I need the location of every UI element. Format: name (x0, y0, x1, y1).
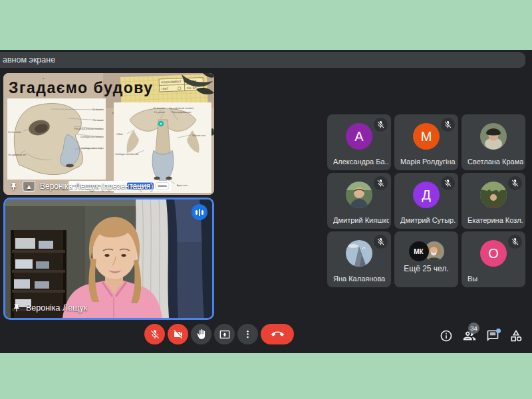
participant-tile[interactable]: Д Дмитрий Сутыр... (394, 173, 458, 229)
participant-name: Екатерина Козл... (467, 216, 523, 224)
avatar-photo (346, 182, 372, 208)
mic-off-icon (508, 235, 522, 249)
avatar-initial: М (413, 123, 440, 150)
more-options-icon (243, 329, 253, 339)
participants-count-badge: 34 (468, 323, 479, 334)
mic-off-icon (508, 176, 522, 190)
meet-window: авном экране ASSIGNMENT (0, 50, 532, 353)
photo-woman-hat (480, 123, 507, 150)
svg-text:Os nasale: Os nasale (154, 111, 165, 114)
slide-title: Згадаємо будову (9, 79, 154, 96)
avatar-photo (346, 240, 372, 267)
mic-off-icon (150, 329, 160, 340)
self-tile[interactable]: О Вы (462, 231, 525, 287)
participant-name: Дмитрий Кияшко (333, 216, 389, 224)
participant-tile[interactable]: М Марія Ролдугіна (394, 114, 458, 170)
skull-lateral-diagram: Os frontale Os nasale Processus frontali… (7, 98, 106, 180)
end-call-button[interactable] (261, 324, 294, 344)
svg-text:UNIT: UNIT (162, 87, 169, 90)
audio-activity-indicator (192, 204, 207, 220)
present-screen-button[interactable] (214, 324, 235, 344)
more-participants-label: Ещё 25 чел. (394, 264, 458, 273)
participant-name: Александра Ба... (333, 158, 389, 166)
chat-panel-button[interactable] (485, 329, 500, 343)
participant-tile[interactable]: Яна Калаянова (327, 231, 391, 287)
activities-panel-button[interactable] (509, 329, 523, 343)
chat-unread-dot (496, 329, 501, 333)
mic-off-icon (374, 235, 388, 249)
svg-text:Os frontale: Os frontale (153, 107, 165, 110)
presenter-name: Вероніка Лещук (презентация) (40, 182, 153, 191)
svg-text:Os frontale: Os frontale (92, 108, 104, 111)
presentation-icon: ▲ (23, 181, 35, 192)
svg-text:Apex nasi: Apex nasi (177, 184, 188, 187)
mic-off-icon (441, 118, 455, 132)
mic-off-icon (374, 176, 388, 190)
end-call-icon (271, 328, 284, 340)
shared-tile-label: ▲ Вероніка Лещук (презентация) (9, 181, 153, 192)
mic-off-icon (441, 176, 455, 190)
participants-panel-button[interactable]: 34 (462, 329, 477, 343)
participant-name: Яна Калаянова (333, 275, 385, 283)
participant-tile[interactable]: Екатерина Козл... (462, 173, 525, 229)
svg-text:CH. BY: CH. BY (187, 86, 197, 90)
avatar-photo (480, 182, 507, 208)
presenting-banner: авном экране (0, 52, 525, 68)
svg-text:Os nasale: Os nasale (93, 119, 104, 122)
pin-icon (12, 303, 21, 313)
svg-text:Processus frontalis maxillae: Processus frontalis maxillae (74, 128, 104, 130)
shared-screen-tile[interactable]: ASSIGNMENT UNIT DR. BY CH. BY Згадаємо б… (3, 73, 214, 195)
svg-text:Cartilago nasi lateralis: Cartilago nasi lateralis (80, 136, 104, 138)
participant-tile[interactable]: А Александра Ба... (327, 114, 391, 170)
svg-text:Cartilago nasi lateralis: Cartilago nasi lateralis (115, 153, 139, 156)
activities-icon (509, 329, 523, 342)
camera-toggle-button[interactable] (168, 324, 188, 344)
meeting-details-button[interactable] (439, 329, 454, 343)
raise-hand-icon (196, 329, 206, 339)
participant-name: Светлана Крамар (467, 158, 523, 166)
webcam-video (5, 200, 212, 318)
mic-toggle-button[interactable] (144, 324, 165, 344)
svg-text:ASSIGNMENT: ASSIGNMENT (161, 80, 182, 84)
svg-text:Lig. palpebrale mediale: Lig. palpebrale mediale (169, 107, 194, 110)
pin-icon (9, 182, 18, 191)
nasal-frontal-diagram: Os frontale Os nasale Lig. palpebrale me… (114, 102, 211, 193)
participant-name: Дмитрий Сутыр... (400, 216, 456, 224)
svg-text:Rima palpebrarum: Rima palpebrarum (172, 111, 192, 114)
speaker-name: Вероніка Лещук (26, 303, 87, 313)
active-speaker-tile[interactable]: Вероніка Лещук (3, 198, 214, 320)
stacked-avatars: МК (394, 241, 458, 261)
svg-text:Os lacrimale: Os lacrimale (8, 131, 21, 134)
photo-young-man (346, 182, 372, 208)
overflow-participants-tile[interactable]: МК Ещё 25 чел. (394, 231, 458, 287)
presenting-banner-text: авном экране (0, 55, 55, 65)
participant-name: Вы (467, 275, 477, 283)
photo-mountain (346, 240, 372, 267)
avatar-initial: О (480, 240, 507, 267)
meeting-panels: 34 (439, 329, 523, 343)
shared-presentation-slide: ASSIGNMENT UNIT DR. BY CH. BY Згадаємо б… (3, 73, 214, 195)
avatar-initials: МК (409, 241, 429, 261)
participants-grid: А Александра Ба... М Марія Ролдугіна Све… (327, 114, 525, 287)
present-screen-icon (219, 329, 230, 340)
more-options-button[interactable] (237, 324, 258, 344)
avatar-initial: А (346, 123, 372, 150)
raise-hand-button[interactable] (191, 324, 211, 344)
participant-name: Марія Ролдугіна (400, 158, 456, 166)
svg-text:Os zygomaticum: Os zygomaticum (8, 154, 26, 156)
photo-forest (480, 182, 507, 208)
participant-tile[interactable]: Дмитрий Кияшко (327, 173, 391, 229)
video-tile-label: Вероніка Лещук (12, 303, 87, 313)
call-controls (144, 324, 294, 344)
mic-off-icon (374, 118, 388, 132)
avatar-initial: Д (413, 182, 440, 208)
info-icon (440, 329, 453, 342)
svg-text:Septum nasi: Septum nasi (192, 134, 205, 137)
participant-tile[interactable]: Светлана Крамар (462, 114, 525, 170)
svg-text:Orbita: Orbita (116, 133, 123, 136)
svg-text:Cartilago alaris major: Cartilago alaris major (81, 147, 104, 150)
avatar-photo (480, 123, 507, 150)
camera-off-icon (173, 329, 184, 340)
